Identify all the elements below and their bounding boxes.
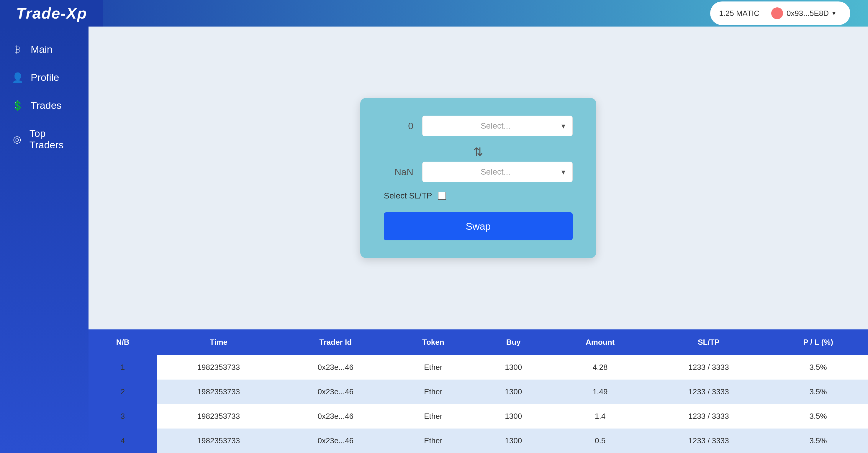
- row-nb: 4: [89, 428, 157, 453]
- row-buy: 1300: [475, 355, 551, 380]
- sl-tp-row: Select SL/TP: [384, 191, 573, 200]
- table-row: 119823537330x23e...46Ether13004.281233 /…: [89, 355, 868, 380]
- profile-icon: 👤: [12, 72, 24, 83]
- header: Trade-Xp 1.25 MATIC 0x93...5E8D ▾: [0, 0, 868, 27]
- col-trader-id: Trader Id: [280, 329, 391, 355]
- sidebar-item-main[interactable]: ₿ Main: [0, 35, 89, 63]
- to-chevron-icon: ▾: [561, 167, 565, 177]
- sidebar-label-top-traders: Top Traders: [30, 128, 77, 151]
- col-time: Time: [157, 329, 280, 355]
- row-time: 1982353733: [157, 404, 280, 428]
- row-sl-tp: 1233 / 3333: [649, 404, 768, 428]
- trades-icon: 💲: [12, 100, 24, 111]
- row-trader-id: 0x23e...46: [280, 428, 391, 453]
- col-amount: Amount: [551, 329, 649, 355]
- row-buy: 1300: [475, 428, 551, 453]
- row-trader-id: 0x23e...46: [280, 404, 391, 428]
- col-buy: Buy: [475, 329, 551, 355]
- sidebar-item-profile[interactable]: 👤 Profile: [0, 63, 89, 91]
- row-token: Ether: [391, 355, 475, 380]
- wallet-avatar: [771, 7, 783, 19]
- row-amount: 1.4: [551, 404, 649, 428]
- row-amount: 1.49: [551, 380, 649, 404]
- logo-area: Trade-Xp: [0, 0, 103, 27]
- swap-card: 0 Select... ▾ ⇅ NaN Select... ▾: [360, 98, 596, 258]
- row-pl: 3.5%: [768, 404, 868, 428]
- sidebar-label-main: Main: [31, 44, 53, 55]
- row-token: Ether: [391, 428, 475, 453]
- row-pl: 3.5%: [768, 380, 868, 404]
- row-nb: 1: [89, 355, 157, 380]
- wallet-address-pill[interactable]: 0x93...5E8D ▾: [765, 5, 841, 22]
- sidebar-item-trades[interactable]: 💲 Trades: [0, 91, 89, 120]
- to-token-select[interactable]: Select... ▾: [422, 162, 573, 182]
- col-token: Token: [391, 329, 475, 355]
- swap-to-row: NaN Select... ▾: [384, 162, 573, 182]
- swap-area: 0 Select... ▾ ⇅ NaN Select... ▾: [89, 27, 868, 329]
- swap-button[interactable]: Swap: [384, 212, 573, 240]
- table-header-row: N/B Time Trader Id Token Buy Amount SL/T…: [89, 329, 868, 355]
- row-token: Ether: [391, 380, 475, 404]
- sidebar-label-profile: Profile: [31, 72, 59, 83]
- bitcoin-icon: ₿: [12, 44, 24, 55]
- content-area: 0 Select... ▾ ⇅ NaN Select... ▾: [89, 27, 868, 453]
- row-nb: 3: [89, 404, 157, 428]
- row-time: 1982353733: [157, 428, 280, 453]
- table-row: 219823537330x23e...46Ether13001.491233 /…: [89, 380, 868, 404]
- row-buy: 1300: [475, 380, 551, 404]
- from-select-text: Select...: [430, 121, 561, 131]
- row-sl-tp: 1233 / 3333: [649, 355, 768, 380]
- sidebar-item-top-traders[interactable]: ◎ Top Traders: [0, 120, 89, 159]
- sl-tp-checkbox[interactable]: [438, 192, 446, 200]
- table-row: 319823537330x23e...46Ether13001.41233 / …: [89, 404, 868, 428]
- col-sl-tp: SL/TP: [649, 329, 768, 355]
- trades-table: N/B Time Trader Id Token Buy Amount SL/T…: [89, 329, 868, 453]
- top-traders-icon: ◎: [12, 134, 23, 145]
- matic-amount: 1.25 MATIC: [719, 9, 760, 18]
- col-pl: P / L (%): [768, 329, 868, 355]
- from-amount: 0: [384, 121, 413, 132]
- row-buy: 1300: [475, 404, 551, 428]
- from-chevron-icon: ▾: [561, 122, 565, 131]
- chevron-down-icon: ▾: [832, 9, 836, 17]
- table-row: 419823537330x23e...46Ether13000.51233 / …: [89, 428, 868, 453]
- row-sl-tp: 1233 / 3333: [649, 428, 768, 453]
- row-amount: 4.28: [551, 355, 649, 380]
- header-right: 1.25 MATIC 0x93...5E8D ▾: [710, 1, 850, 25]
- sidebar-label-trades: Trades: [31, 100, 62, 111]
- to-amount: NaN: [384, 167, 413, 177]
- row-nb: 2: [89, 380, 157, 404]
- row-pl: 3.5%: [768, 355, 868, 380]
- from-token-select[interactable]: Select... ▾: [422, 116, 573, 136]
- table-section: N/B Time Trader Id Token Buy Amount SL/T…: [89, 329, 868, 453]
- to-select-text: Select...: [430, 167, 561, 177]
- wallet-info[interactable]: 1.25 MATIC 0x93...5E8D ▾: [710, 1, 850, 25]
- row-sl-tp: 1233 / 3333: [649, 380, 768, 404]
- row-time: 1982353733: [157, 380, 280, 404]
- swap-divider: ⇅: [384, 145, 573, 159]
- main-layout: ₿ Main 👤 Profile 💲 Trades ◎ Top Traders …: [0, 27, 868, 453]
- row-amount: 0.5: [551, 428, 649, 453]
- row-pl: 3.5%: [768, 428, 868, 453]
- swap-from-row: 0 Select... ▾: [384, 116, 573, 136]
- row-trader-id: 0x23e...46: [280, 380, 391, 404]
- row-time: 1982353733: [157, 355, 280, 380]
- sl-tp-label: Select SL/TP: [384, 191, 432, 200]
- logo-text: Trade-Xp: [16, 4, 87, 22]
- col-nb: N/B: [89, 329, 157, 355]
- sidebar: ₿ Main 👤 Profile 💲 Trades ◎ Top Traders: [0, 27, 89, 453]
- swap-arrows-icon[interactable]: ⇅: [473, 145, 483, 159]
- wallet-address-text: 0x93...5E8D: [786, 9, 829, 18]
- row-trader-id: 0x23e...46: [280, 355, 391, 380]
- row-token: Ether: [391, 404, 475, 428]
